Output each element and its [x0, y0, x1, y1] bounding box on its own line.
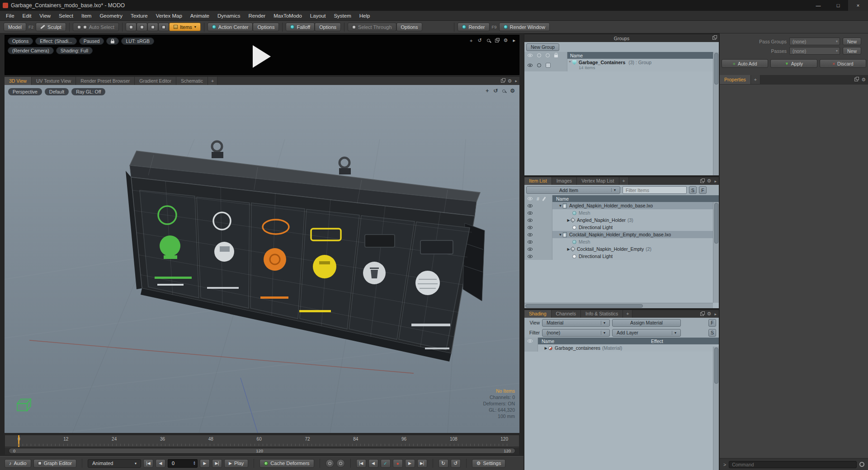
gear-icon[interactable]: ⚙	[707, 178, 712, 184]
tab-info-statistics[interactable]: Info & Statistics	[581, 310, 623, 318]
new-pass-button[interactable]: New	[843, 47, 861, 55]
cache-deformers-button[interactable]: Cache Deformers	[259, 459, 314, 468]
close-button[interactable]: ×	[848, 0, 868, 11]
gear-icon[interactable]: ⚙	[504, 38, 508, 43]
loop-mode-button[interactable]: ↺	[451, 459, 461, 468]
add-item-dropdown[interactable]: Add Item▾	[526, 186, 620, 194]
animated-dropdown[interactable]: Animated▾	[88, 459, 141, 468]
preview-options-button[interactable]: Options	[8, 38, 33, 45]
preview-paused-button[interactable]: Paused	[79, 38, 104, 45]
gear-icon[interactable]: ⚙	[707, 311, 712, 317]
item-row-scene-2[interactable]: ▼Cocktail_Napkin_Holder_Empty_modo_base.…	[524, 231, 719, 238]
auto-add-button[interactable]: +Auto Add	[722, 59, 768, 68]
item-row-angled-napkin-holder[interactable]: ▶Angled_Napkin_Holder(3)	[524, 216, 719, 224]
tab-item-list[interactable]: Item List	[524, 177, 552, 185]
render-column-icon[interactable]	[537, 53, 541, 57]
filter-column-icon[interactable]	[546, 53, 550, 57]
command-prompt[interactable]: >	[723, 462, 726, 467]
groups-scrollbar[interactable]	[713, 52, 719, 175]
auto-select-button[interactable]: Auto Select	[73, 23, 119, 31]
visibility-eye-icon[interactable]	[528, 212, 533, 215]
materials-mode-button[interactable]	[158, 23, 169, 31]
group-checkbox[interactable]	[546, 63, 551, 68]
preview-lock-button[interactable]	[106, 38, 119, 45]
expand-panel-icon[interactable]	[712, 36, 716, 40]
menu-item-dynamics[interactable]: Dynamics	[213, 11, 244, 21]
menu-item-animate[interactable]: Animate	[186, 11, 213, 21]
orbit-icon[interactable]: ↺	[493, 88, 498, 94]
pan-icon[interactable]: +	[486, 88, 489, 94]
pan-icon[interactable]: +	[470, 38, 472, 43]
item-row-mesh[interactable]: Mesh	[524, 209, 719, 216]
polygons-mode-button[interactable]	[147, 23, 158, 31]
preview-play-icon[interactable]	[253, 45, 271, 68]
scrollbar-thumb[interactable]	[714, 348, 718, 384]
edges-mode-button[interactable]	[137, 23, 147, 31]
discard-button[interactable]: ×Discard	[820, 59, 866, 68]
expand-panel-icon[interactable]	[495, 39, 499, 42]
tab-images[interactable]: Images	[552, 177, 577, 185]
minimize-button[interactable]: —	[808, 0, 828, 11]
graph-editor-button[interactable]: Graph Editor	[33, 459, 76, 468]
panel-menu-icon[interactable]: ▸	[714, 312, 717, 316]
panel-menu-icon[interactable]: ▸	[515, 79, 517, 83]
menu-item-file[interactable]: File	[2, 11, 19, 21]
previous-frame-button[interactable]: ◀	[156, 459, 165, 468]
menu-item-geometry[interactable]: Geometry	[95, 11, 127, 21]
expander-icon[interactable]: ▶	[543, 346, 548, 350]
add-tab-button[interactable]: +	[208, 77, 217, 85]
add-layer-dropdown[interactable]: Add Layer▾	[612, 329, 681, 337]
hash-column-icon[interactable]: #	[537, 196, 539, 202]
play-button[interactable]: ▶Play	[224, 459, 248, 468]
gear-icon[interactable]: ⚙	[861, 77, 866, 83]
search-button[interactable]: S	[689, 186, 697, 194]
item-list-hscrollbar[interactable]	[524, 303, 713, 308]
vertices-mode-button[interactable]	[126, 23, 137, 31]
tab-vertex-map-list[interactable]: Vertex Map List	[577, 177, 619, 185]
item-row-mesh[interactable]: Mesh	[524, 238, 719, 245]
3d-viewport[interactable]: Perspective Default Ray GL: Off + ↺ ⚙ No…	[5, 85, 519, 433]
actor-button[interactable]	[326, 459, 334, 468]
menu-item-system[interactable]: System	[330, 11, 355, 21]
jump-to-end-button[interactable]: ▶|	[212, 459, 222, 468]
edit-column-icon[interactable]	[542, 197, 546, 201]
item-row-directional-light[interactable]: Directional Light	[524, 253, 719, 260]
sculpt-button[interactable]: Sculpt	[36, 23, 66, 31]
visibility-eye-icon[interactable]	[528, 64, 533, 67]
item-row-directional-light[interactable]: Directional Light	[524, 224, 719, 231]
loop-playback-button[interactable]: ↻	[439, 459, 448, 468]
tab-uv-texture-view[interactable]: UV Texture View	[32, 77, 76, 85]
shading-style-button[interactable]: Default	[45, 88, 69, 95]
shader-row-material[interactable]: ▶Garbage_containeres(Material)	[524, 344, 719, 352]
expand-panel-icon[interactable]	[700, 312, 704, 316]
gear-icon[interactable]: ⚙	[510, 88, 515, 94]
preview-camera-button[interactable]: (Render Camera)	[8, 47, 54, 54]
scrollbar-thumb[interactable]	[714, 53, 718, 85]
gear-icon[interactable]: ⚙	[508, 78, 512, 84]
tab-3d-view[interactable]: 3D View	[5, 77, 32, 85]
preview-shading-button[interactable]: Shading: Full	[56, 47, 93, 54]
expander-icon[interactable]: +	[567, 60, 572, 64]
expand-panel-icon[interactable]	[501, 79, 505, 83]
add-tab-button[interactable]: +	[623, 310, 632, 318]
render-button[interactable]: Render	[458, 23, 489, 31]
timeline-ruler[interactable]: 01224364860728496108120	[5, 435, 519, 447]
visibility-eye-icon[interactable]	[528, 240, 533, 244]
scrollbar-thumb[interactable]	[714, 203, 718, 244]
action-center-button[interactable]: Action Center	[208, 23, 253, 31]
menu-item-item[interactable]: Item	[77, 11, 95, 21]
lock-column-icon[interactable]	[554, 55, 558, 57]
add-tab-button[interactable]: +	[751, 75, 760, 84]
prev-key-step-button[interactable]: ◀	[368, 459, 378, 468]
falloff-options-button[interactable]: Options	[315, 23, 341, 31]
visibility-eye-icon[interactable]	[528, 248, 533, 251]
action-button[interactable]	[336, 459, 345, 468]
new-group-button[interactable]: New Group	[526, 43, 559, 51]
group-row-garbage-containers[interactable]: + Garbage_Containers (3) : Group 14 Item…	[524, 59, 719, 71]
tab-properties[interactable]: Properties	[720, 75, 751, 84]
shader-filter-dropdown[interactable]: (none)▾	[542, 329, 610, 337]
auto-key-toggle[interactable]: ✓	[381, 459, 391, 468]
preview-effect-button[interactable]: Effect: (Shadi...	[35, 38, 77, 45]
item-list-vscrollbar[interactable]	[713, 202, 719, 303]
panel-menu-icon[interactable]: ▸	[513, 38, 515, 43]
